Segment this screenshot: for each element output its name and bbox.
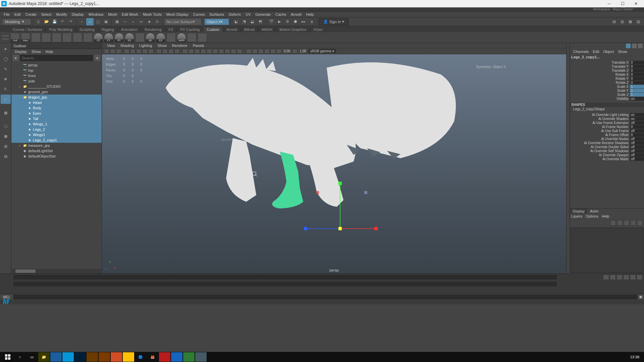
ae-tab-icon[interactable]	[632, 44, 637, 48]
app-taskbar-4[interactable]	[87, 352, 98, 362]
layer-icon-3[interactable]	[624, 220, 629, 226]
tree-item-front[interactable]: 📷front	[11, 73, 102, 78]
expand-arrow-icon[interactable]: ▾	[18, 96, 21, 99]
shelf-tab-arnold[interactable]: Arnold	[223, 27, 241, 32]
layer-tab-display[interactable]: Display	[570, 208, 587, 214]
ipr-icon[interactable]: ▶	[276, 18, 283, 25]
range-slider[interactable]	[13, 275, 557, 280]
vp-colorspace[interactable]: sRGB gamma ▾	[308, 49, 336, 53]
rotate-tool-icon[interactable]: ↻	[1, 84, 11, 94]
select-vertex-icon[interactable]: ▫	[78, 18, 86, 25]
paint-tool-icon[interactable]: ✎	[1, 64, 11, 74]
outliner-tree[interactable]: 📷persp📷top📷front📷side▸📁_________STUDIO◈g…	[11, 62, 102, 269]
render-settings-icon[interactable]: ⚙	[284, 18, 291, 25]
menu-arnold[interactable]: Arnold	[288, 11, 304, 17]
panel-toggle-2-icon[interactable]: ▥	[619, 18, 626, 25]
tree-item-head[interactable]: ◈Head	[11, 100, 102, 105]
attr-value[interactable]: off	[630, 149, 644, 153]
cb-tab-icon[interactable]	[626, 44, 631, 48]
attr-value[interactable]: on	[630, 117, 644, 121]
move-tool-icon[interactable]: ✥	[1, 74, 11, 84]
menu-create[interactable]: Create	[23, 11, 39, 17]
symmetry-field[interactable]: Object X ▾	[205, 19, 229, 25]
app-taskbar-10[interactable]	[183, 352, 195, 362]
vp-icon-28[interactable]	[276, 49, 282, 54]
select-object-icon[interactable]: ▣	[102, 18, 110, 25]
attr-value[interactable]: off	[630, 157, 644, 161]
vp-gamma-icon[interactable]	[292, 49, 298, 54]
tool-tab-icon[interactable]	[638, 44, 643, 48]
shelf-tab-curves-surfaces[interactable]: Curves / Surfaces	[9, 27, 46, 32]
attr-value[interactable]: 0	[630, 125, 644, 129]
outputs-icon[interactable]: ⬔	[240, 18, 248, 25]
snap-plane-icon[interactable]: ▭	[138, 18, 145, 25]
tree-item-defaultlightset[interactable]: ◉defaultLightSet	[11, 148, 102, 154]
vp-menu-renderer[interactable]: Renderer	[170, 44, 190, 48]
menu-edit[interactable]: Edit	[12, 11, 23, 17]
vp-icon-5[interactable]	[130, 49, 136, 54]
outliner-scrollbar[interactable]	[11, 269, 102, 274]
step-fwd-icon[interactable]	[630, 275, 636, 280]
save-scene-icon[interactable]: 💾	[51, 18, 58, 25]
menu-surfaces[interactable]: Surfaces	[207, 11, 226, 17]
cp-teapot[interactable]: CP	[94, 33, 103, 42]
vp-icon-3[interactable]	[116, 49, 121, 54]
vp-icon-19[interactable]	[219, 49, 224, 54]
snap-live-icon[interactable]: ◈	[146, 18, 153, 25]
panel-toggle-1-icon[interactable]: ▤	[610, 18, 618, 25]
rt-teapot[interactable]: RT	[114, 33, 124, 42]
attr-value[interactable]: 0	[630, 77, 644, 80]
ch-menu-edit[interactable]: Edit	[591, 50, 601, 54]
menu-mesh-tools[interactable]: Mesh Tools	[141, 11, 164, 17]
snap-center-icon[interactable]: ⊙	[154, 18, 161, 25]
outliner-menu-help[interactable]: Help	[44, 50, 55, 54]
vp-icon-10[interactable]	[162, 49, 168, 54]
shelf-tab-fx-caching[interactable]: FX Caching	[177, 27, 203, 32]
es-teapot[interactable]: ES	[125, 33, 134, 42]
attr-value[interactable]: on	[630, 113, 644, 117]
import-shelf-icon[interactable]: Impo	[21, 33, 30, 42]
attr-value[interactable]: 1	[630, 89, 644, 93]
gray-shelf-icon[interactable]	[135, 33, 145, 42]
green-shelf-icon[interactable]	[166, 33, 176, 42]
vp-icon-11[interactable]	[168, 49, 174, 54]
tree-item-persp[interactable]: 📷persp	[11, 62, 102, 68]
vp-icon-25[interactable]	[258, 49, 264, 54]
es2-teapot[interactable]: ES	[156, 33, 165, 42]
attr-value[interactable]: 0	[630, 65, 644, 68]
vp-icon-7[interactable]	[142, 49, 148, 54]
vp-icon-13[interactable]	[182, 49, 188, 54]
hypershade-icon[interactable]: ⬢	[292, 18, 299, 25]
ft-teapot[interactable]: FT	[104, 33, 113, 42]
vp-icon-17[interactable]	[207, 49, 212, 54]
mel-input[interactable]	[13, 295, 637, 299]
app-taskbar-1[interactable]	[50, 352, 62, 362]
start-button[interactable]	[2, 352, 13, 362]
attr-value[interactable]: off	[630, 141, 644, 145]
attr-value[interactable]: 0	[630, 133, 644, 137]
select-face-icon[interactable]: ▢	[94, 18, 102, 25]
menu-file[interactable]: File	[1, 11, 12, 17]
attr-value[interactable]: 0	[630, 73, 644, 76]
tree-item-dragon-grp[interactable]: ▾📁dragon_grp	[11, 95, 102, 100]
vp-menu-panels[interactable]: Panels	[191, 44, 207, 48]
vp-icon-18[interactable]	[213, 49, 218, 54]
layer-icon-4[interactable]	[631, 220, 636, 226]
tree-item-measure-grp[interactable]: ▸📁measure_grp	[11, 143, 102, 148]
four-layout-icon[interactable]: ▦	[1, 131, 11, 141]
scale-manipulator[interactable]	[290, 182, 390, 249]
tree-item-tail[interactable]: ◈Tail	[11, 116, 102, 121]
tree-item-eyes[interactable]: ◈Eyes	[11, 111, 102, 116]
pause-icon[interactable]: ⏸	[308, 18, 315, 25]
channel-object-name[interactable]: Legs_2_copy1...	[570, 54, 644, 60]
time-slider[interactable]	[0, 274, 644, 294]
shelf-tab-rigging[interactable]: Rigging	[98, 27, 118, 32]
inputs-icon[interactable]: ⬕	[232, 18, 240, 25]
app-taskbar-7[interactable]	[123, 352, 134, 362]
app-taskbar-11[interactable]	[195, 352, 207, 362]
menu-mesh-display[interactable]: Mesh Display	[164, 11, 191, 17]
attr-value[interactable]: on	[630, 97, 644, 101]
attr-value[interactable]: 0	[630, 61, 644, 64]
vp-icon-24[interactable]	[252, 49, 258, 54]
layer-tab-anim[interactable]: Anim	[587, 208, 601, 214]
